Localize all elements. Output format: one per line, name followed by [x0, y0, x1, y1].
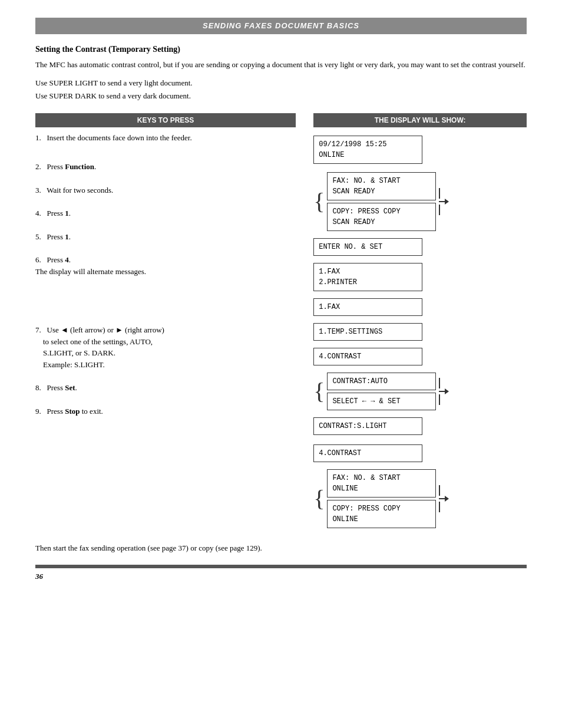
step-8: 8. Press Set. [35, 382, 296, 394]
connector-line-5 [439, 485, 440, 496]
right-arrow-2-icon [445, 388, 449, 394]
display-box-contrast: 4.CONTRAST [313, 348, 422, 365]
display-column: THE DISPLAY WILL SHOW: 09/12/1998 15:25 … [313, 113, 527, 532]
footer-divider [35, 565, 527, 568]
step-2: 2. Press Function. [35, 161, 296, 173]
step-5-text-before: Press [47, 232, 65, 241]
left-brace-3-icon: { [313, 487, 325, 510]
display-column-header: THE DISPLAY WILL SHOW: [313, 113, 527, 127]
left-brace-icon: { [313, 190, 325, 213]
connector-line-3 [439, 378, 440, 388]
header-text: SENDING FAXES DOCUMENT BASICS [203, 21, 359, 30]
instruction-columns: KEYS TO PRESS 1. Insert the documents fa… [35, 113, 527, 532]
display-box-select-set: SELECT ← → & SET [327, 393, 436, 410]
step-4-text-before: Press [47, 209, 65, 218]
use-text-block: Use SUPER LIGHT to send a very light doc… [35, 77, 527, 103]
display-group-1: { FAX: NO. & START SCAN READY COPY: PRES… [313, 172, 449, 231]
display-box-1fax: 1.FAX [313, 298, 422, 316]
step-3-text: Wait for two seconds. [47, 186, 113, 195]
step-8-bold: Set [65, 383, 75, 392]
connector-line-top [439, 188, 440, 199]
page-number: 36 [35, 572, 527, 581]
step-7: 7. Use ◄ (left arrow) or ► (right arrow)… [35, 324, 296, 370]
display-box-fax-online: FAX: NO. & START ONLINE [327, 469, 436, 498]
display-box-contrast-auto: CONTRAST:AUTO [327, 373, 436, 390]
display-box-copy-ready: COPY: PRESS COPY SCAN READY [327, 203, 436, 231]
step-7-text: Use ◄ (left arrow) or ► (right arrow) to… [35, 325, 164, 369]
display-box-contrast-slight: CONTRAST:S.LIGHT [313, 417, 422, 435]
display-box-temp-settings: 1.TEMP.SETTINGS [313, 323, 422, 341]
connector-line-4 [439, 394, 440, 405]
step-4: 4. Press 1. [35, 207, 296, 219]
step-8-text-before: Press [47, 383, 65, 392]
step-6: 6. Press 4.The display will alternate me… [35, 254, 296, 277]
display-box-datetime: 09/12/1998 15:25 ONLINE [313, 136, 422, 164]
use-line-2: Use SUPER DARK to send a very dark docum… [35, 90, 527, 103]
step-9: 9. Press Stop to exit. [35, 406, 296, 417]
keys-column: KEYS TO PRESS 1. Insert the documents fa… [35, 113, 296, 532]
use-line-1: Use SUPER LIGHT to send a very light doc… [35, 77, 527, 90]
step-2-bold: Function [65, 162, 94, 171]
display-group-3: { FAX: NO. & START ONLINE COPY: PRESS CO… [313, 469, 449, 528]
display-box-fax-ready: FAX: NO. & START SCAN READY [327, 172, 436, 200]
step-2-text-before: Press [47, 162, 65, 171]
right-arrow-icon [445, 199, 449, 205]
left-brace-2-icon: { [313, 380, 325, 403]
display-box-contrast-2: 4.CONTRAST [313, 444, 422, 462]
display-box-fax-printer: 1.FAX 2.PRINTER [313, 263, 422, 291]
chapter-header: SENDING FAXES DOCUMENT BASICS [35, 18, 527, 34]
section-title: Setting the Contrast (Temporary Setting) [35, 45, 527, 54]
step-3: 3. Wait for two seconds. [35, 185, 296, 196]
display-group-2: { CONTRAST:AUTO SELECT ← → & SET [313, 373, 449, 410]
footer-paragraph: Then start the fax sending operation (se… [35, 543, 527, 553]
connector-line-6 [439, 502, 440, 512]
step-6-text-before: Press [47, 255, 65, 264]
keys-column-header: KEYS TO PRESS [35, 113, 296, 127]
step-9-text-before: Press [47, 407, 65, 416]
connector-line-bottom [439, 205, 440, 215]
display-box-copy-online: COPY: PRESS COPY ONLINE [327, 500, 436, 528]
step-1: 1. Insert the documents face down into t… [35, 132, 296, 144]
right-arrow-3-icon [445, 496, 449, 502]
intro-paragraph: The MFC has automatic contrast control, … [35, 59, 527, 71]
step-1-text: Insert the documents face down into the … [47, 133, 192, 142]
step-9-bold: Stop [65, 407, 80, 416]
display-box-enter-no: ENTER NO. & SET [313, 238, 422, 256]
step-5: 5. Press 1. [35, 231, 296, 243]
